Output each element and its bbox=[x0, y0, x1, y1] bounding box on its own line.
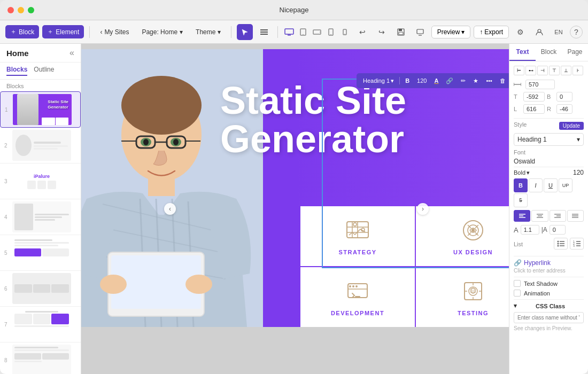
select-tool-button[interactable] bbox=[237, 24, 253, 40]
canvas-area[interactable]: ‹ › bbox=[81, 44, 509, 374]
theme-button[interactable]: Theme ▾ bbox=[191, 26, 226, 38]
top-input[interactable] bbox=[523, 92, 545, 102]
letter-spacing-input[interactable] bbox=[521, 225, 539, 235]
strategy-label: STRATEGY bbox=[338, 249, 376, 255]
heading-bold-btn[interactable]: B bbox=[403, 76, 412, 85]
block-item-8[interactable]: 8 bbox=[0, 342, 81, 374]
mobile-view-button[interactable] bbox=[325, 26, 337, 38]
service-card-testing[interactable]: TESTING bbox=[416, 267, 509, 327]
heading-delete-btn[interactable]: 🗑 bbox=[498, 76, 508, 85]
service-card-strategy[interactable]: STRATEGY bbox=[300, 206, 415, 266]
export-button[interactable]: ↑ Export bbox=[474, 26, 509, 38]
indent-input[interactable] bbox=[550, 225, 566, 235]
ordered-list-btn[interactable]: 1.2.3. bbox=[570, 238, 584, 250]
uppercase-button[interactable]: UP bbox=[559, 178, 572, 192]
divider-1 bbox=[514, 118, 584, 119]
save-button[interactable] bbox=[393, 24, 409, 40]
tab-blocks[interactable]: Blocks bbox=[6, 66, 27, 76]
heading-more-btn[interactable]: ••• bbox=[484, 76, 494, 85]
underline-button[interactable]: U bbox=[544, 178, 558, 192]
mobile-landscape-button[interactable] bbox=[311, 26, 323, 38]
my-sites-button[interactable]: ‹ My Sites bbox=[95, 26, 134, 38]
align-center-text-btn[interactable] bbox=[531, 210, 548, 222]
block-item-2[interactable]: 2 bbox=[0, 128, 81, 163]
heading-size-input[interactable]: 120 bbox=[415, 76, 429, 85]
block-item-3[interactable]: 3 iPalure bbox=[0, 163, 81, 199]
heading-style-selector[interactable]: Heading 1 ▾ bbox=[361, 76, 396, 85]
heading-star-btn[interactable]: ★ bbox=[471, 76, 481, 85]
block-item-5[interactable]: 5 bbox=[0, 235, 81, 271]
right-input[interactable] bbox=[556, 104, 572, 114]
css-class-header: ▾ CSS Class bbox=[514, 302, 584, 309]
animation-checkbox[interactable] bbox=[514, 290, 521, 297]
redo-button[interactable]: ↪ bbox=[374, 24, 390, 40]
maximize-button[interactable] bbox=[28, 7, 34, 13]
svg-rect-2 bbox=[260, 34, 268, 35]
align-justify-text-btn[interactable] bbox=[567, 210, 584, 222]
small-mobile-icon bbox=[343, 29, 347, 35]
title-bar: Nicepage bbox=[0, 0, 588, 20]
tablet-view-button[interactable] bbox=[297, 26, 309, 38]
service-card-ux[interactable]: UX DESIGN bbox=[416, 206, 509, 266]
width-input[interactable] bbox=[525, 80, 555, 89]
align-left-btn[interactable]: ⊢ bbox=[514, 66, 524, 75]
block-item-1[interactable]: 1 Static SiteGenerator bbox=[0, 91, 81, 128]
service-cards-grid: STRATEGY bbox=[300, 206, 509, 327]
hyperlink-row[interactable]: 🔗 Hyperlink bbox=[514, 259, 584, 267]
bottom-input[interactable] bbox=[556, 92, 572, 102]
style-dropdown[interactable]: Heading 1 ▾ bbox=[514, 133, 584, 146]
update-style-button[interactable]: Update bbox=[559, 122, 584, 130]
italic-button[interactable]: I bbox=[529, 178, 543, 192]
strikethrough-button[interactable]: S̶ bbox=[514, 193, 528, 207]
help-button[interactable]: ? bbox=[570, 26, 583, 38]
align-right-btn[interactable]: ⊣ bbox=[537, 66, 548, 75]
tab-block[interactable]: Block bbox=[536, 44, 562, 61]
align-center-v-btn[interactable]: ⊥ bbox=[561, 66, 571, 75]
align-bottom-btn[interactable]: ⊦ bbox=[572, 66, 583, 75]
small-mobile-button[interactable] bbox=[339, 26, 351, 38]
settings-button[interactable]: ⚙ bbox=[512, 24, 528, 40]
page-button[interactable]: Page: Home ▾ bbox=[137, 26, 188, 38]
undo-button[interactable]: ↩ bbox=[354, 24, 370, 40]
unordered-list-btn[interactable] bbox=[554, 238, 568, 250]
left-input[interactable] bbox=[523, 104, 545, 114]
block-item-6[interactable]: 6 bbox=[0, 271, 81, 307]
align-left-text-btn[interactable] bbox=[514, 210, 530, 222]
svg-rect-1 bbox=[260, 32, 268, 33]
block-item-4[interactable]: 4 bbox=[0, 199, 81, 235]
heading-paint-btn[interactable]: ✏ bbox=[459, 76, 468, 85]
text-shadow-checkbox[interactable] bbox=[514, 280, 521, 287]
tab-outline[interactable]: Outline bbox=[34, 66, 54, 76]
user-button[interactable] bbox=[531, 24, 547, 40]
service-card-dev[interactable]: DEVELOPMENT bbox=[300, 267, 415, 327]
text-shadow-row: Text Shadow bbox=[514, 280, 584, 287]
block-thumbnail-5 bbox=[12, 237, 71, 268]
align-top-btn[interactable]: ⊤ bbox=[549, 66, 560, 75]
sidebar-collapse-button[interactable]: « bbox=[69, 48, 74, 58]
bold-button[interactable]: B bbox=[514, 178, 528, 192]
toolbar-divider-3 bbox=[277, 26, 278, 38]
canvas-nav-right[interactable]: › bbox=[417, 203, 429, 215]
screen-button[interactable] bbox=[412, 24, 428, 40]
heading-color-btn[interactable]: A bbox=[432, 76, 440, 85]
heading-link-btn[interactable]: 🔗 bbox=[444, 76, 455, 85]
close-button[interactable] bbox=[7, 7, 14, 13]
canvas-nav-left[interactable]: ‹ bbox=[164, 203, 176, 215]
block-thumbnail-2 bbox=[12, 130, 71, 161]
block-item-7[interactable]: 7 bbox=[0, 307, 81, 342]
preview-button[interactable]: Preview ▾ bbox=[431, 26, 471, 38]
language-button[interactable]: EN bbox=[551, 24, 567, 40]
minimize-button[interactable] bbox=[18, 7, 24, 13]
add-block-button[interactable]: ＋ Block bbox=[5, 25, 39, 38]
list-view-button[interactable] bbox=[256, 24, 272, 40]
bold-dropdown[interactable]: Bold ▾ bbox=[514, 169, 530, 176]
style-row: Style Update bbox=[514, 121, 584, 130]
tab-page[interactable]: Page bbox=[562, 44, 588, 61]
css-class-input[interactable] bbox=[514, 312, 584, 323]
position-lr-row: L R bbox=[514, 104, 584, 114]
tab-text[interactable]: Text bbox=[509, 44, 536, 61]
align-right-text-btn[interactable] bbox=[550, 210, 566, 222]
desktop-view-button[interactable] bbox=[283, 26, 295, 38]
add-element-button[interactable]: ＋ Element bbox=[42, 25, 84, 38]
align-center-h-btn[interactable]: ⊷ bbox=[525, 66, 536, 75]
